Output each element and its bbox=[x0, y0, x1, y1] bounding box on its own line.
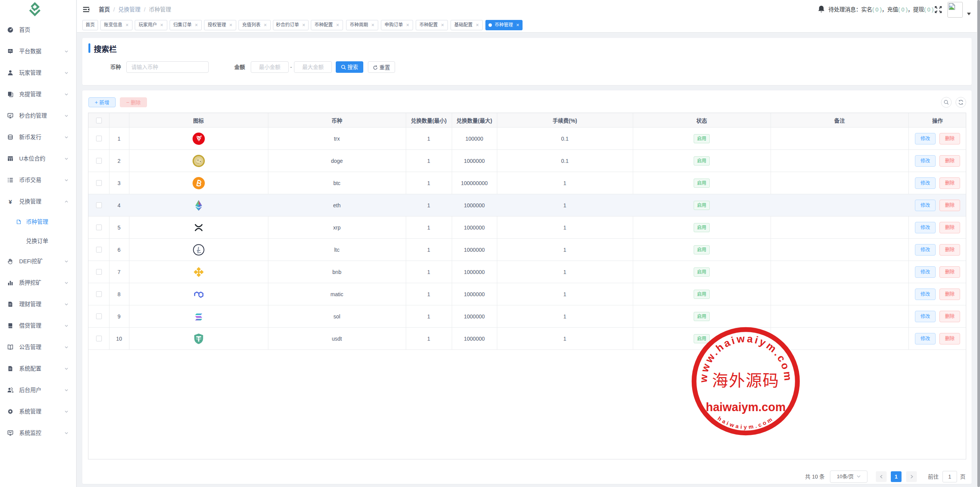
svg-text:¥: ¥ bbox=[9, 198, 12, 205]
svg-text:海外源码: 海外源码 bbox=[712, 372, 779, 390]
svg-text:haiwaiym.com: haiwaiym.com bbox=[706, 400, 786, 414]
